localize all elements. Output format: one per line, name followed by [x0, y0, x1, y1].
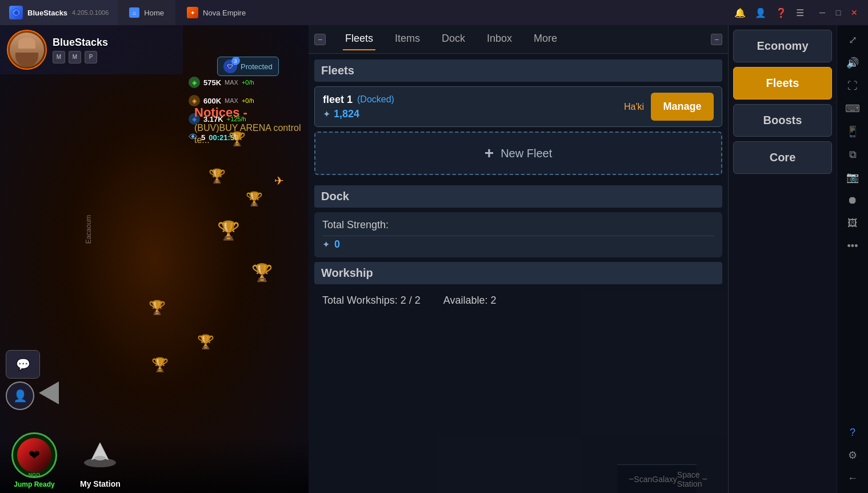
player-name: BlueStacks	[53, 37, 108, 49]
dock-section: Dock Total Strength: ✦ 0	[309, 185, 728, 262]
record-icon[interactable]: ⏺	[842, 190, 863, 210]
profile-icon: 👤	[13, 389, 27, 403]
avatar[interactable]	[7, 30, 47, 70]
new-fleet-button[interactable]: + New Fleet	[314, 132, 722, 175]
tab-items-label: Items	[395, 33, 420, 44]
my-station-button[interactable]: My Station	[80, 437, 121, 488]
fullscreen-icon[interactable]: ⛶	[842, 75, 863, 96]
fleets-sidebar-label: Fleets	[766, 77, 799, 89]
map-trophy-2: 🏆	[209, 168, 226, 184]
fleet-1-status: (Docked)	[357, 94, 394, 105]
manage-button[interactable]: Manage	[651, 93, 714, 121]
chat-icon: 💬	[16, 357, 30, 371]
volume-icon[interactable]: 🔊	[842, 53, 863, 73]
workship-total: Total Workships: 2 / 2	[322, 295, 421, 307]
tab-inbox-label: Inbox	[487, 33, 512, 44]
workship-section: Workship Total Workships: 2 / 2 Availabl…	[309, 262, 728, 317]
account-icon[interactable]: 👤	[755, 7, 766, 18]
map-trophy-8: 🏆	[151, 357, 169, 373]
back-icon[interactable]: ←	[842, 468, 863, 488]
jump-ready-button[interactable]: ❤ NGO Jump Ready	[11, 432, 57, 488]
tab-fleets[interactable]: Fleets	[343, 28, 375, 50]
dock-header: Dock	[314, 185, 722, 208]
ngo-label: NGO	[29, 472, 41, 478]
game-tabs: − Fleets Items Dock Inbox More −	[309, 25, 728, 54]
map-trophy-5: 🏆	[251, 263, 273, 283]
resource-green-value: 575K	[203, 78, 221, 87]
fleets-sidebar-button[interactable]: Fleets	[733, 67, 832, 100]
app-tab[interactable]: BlueStacks 4.205.0.1006	[0, 0, 118, 25]
app-name: BlueStacks	[27, 9, 67, 17]
bottom-minimize-right[interactable]: −	[702, 474, 707, 484]
far-right-toolbar: ⤢ 🔊 ⛶ ⌨ 📱 ⧉ 📷 ⏺ 🖼 ••• ? ⚙ ←	[837, 25, 868, 493]
tab-dock[interactable]: Dock	[439, 28, 467, 50]
fleet-1-info: fleet 1 (Docked) ✦ 1,824	[323, 94, 624, 120]
map-ship: ✈	[274, 174, 284, 188]
dock-strength-row: ✦ 0	[322, 238, 714, 251]
core-button[interactable]: Core	[733, 141, 832, 174]
back-arrow-button[interactable]	[39, 381, 59, 404]
panel-minimize-right[interactable]: −	[711, 34, 722, 45]
bottom-space-station[interactable]: Space Station	[677, 470, 702, 488]
tab-items[interactable]: Items	[393, 28, 422, 50]
shield-level: 3	[232, 57, 240, 65]
menu-icon[interactable]: ☰	[796, 7, 804, 18]
my-station-label: My Station	[80, 479, 121, 488]
layers-icon[interactable]: ⧉	[842, 144, 863, 165]
bottom-minimize-left[interactable]: −	[629, 474, 634, 484]
fleet-card-1: fleet 1 (Docked) ✦ 1,824 Ha'ki Manage	[314, 86, 722, 127]
workship-title: Workship	[321, 267, 373, 279]
help-tool-icon[interactable]: ?	[842, 422, 863, 443]
gallery-icon[interactable]: 🖼	[842, 213, 863, 233]
dock-card: Total Strength: ✦ 0	[314, 212, 722, 257]
chat-button[interactable]: 💬	[6, 350, 40, 379]
bottom-galaxy[interactable]: Galaxy	[652, 475, 677, 484]
resource-orange-value: 600K	[203, 97, 221, 105]
map-trophy-1: 🏆	[229, 131, 246, 147]
restore-button[interactable]: □	[834, 8, 843, 17]
game-tab[interactable]: ✦ Nova Empire	[175, 0, 257, 25]
game-panel: − Fleets Items Dock Inbox More − Fleets	[309, 25, 728, 493]
protected-badge: 🛡 3 Protected	[217, 57, 279, 76]
profile-button[interactable]: 👤	[6, 381, 34, 410]
expand-icon[interactable]: ⤢	[842, 30, 863, 50]
home-tab-label: Home	[144, 9, 164, 17]
home-tab[interactable]: ⌂ Home	[118, 0, 175, 25]
close-button[interactable]: ✕	[850, 8, 859, 17]
jump-ready-label: Jump Ready	[14, 480, 54, 488]
fleets-title: Fleets	[321, 64, 354, 77]
player-info: BlueStacks M M P	[0, 25, 183, 74]
help-icon[interactable]: ❓	[775, 7, 787, 18]
svg-point-3	[94, 456, 106, 460]
bottom-scan[interactable]: Scan	[634, 475, 652, 484]
boosts-button[interactable]: Boosts	[733, 104, 832, 137]
resource-orange-icon: ◈	[189, 95, 200, 106]
panel-minimize-left[interactable]: −	[314, 34, 326, 45]
resource-green-icon: ◈	[189, 77, 200, 88]
right-sidebar: Economy Fleets Boosts Core	[728, 25, 837, 493]
minimize-button[interactable]: ─	[818, 8, 827, 17]
map-trophy-4: 🏆	[217, 220, 240, 241]
fleets-section: Fleets fleet 1 (Docked) ✦ 1,824 Ha'ki Ma…	[309, 54, 728, 185]
settings-icon[interactable]: ⚙	[842, 445, 863, 466]
titlebar-controls: 🔔 👤 ❓ ☰ ─ □ ✕	[734, 7, 868, 18]
tab-fleets-label: Fleets	[345, 33, 373, 44]
ngo-icon: ❤ NGO	[11, 432, 57, 478]
camera-icon[interactable]: 📷	[842, 167, 863, 188]
tab-more[interactable]: More	[531, 28, 559, 50]
keyboard-icon[interactable]: ⌨	[842, 98, 863, 119]
bottom-game-bar: ❤ NGO Jump Ready My Station	[0, 436, 309, 493]
phone-icon[interactable]: 📱	[842, 121, 863, 142]
resource-orange-max: MAX	[225, 97, 238, 104]
dock-strength-icon: ✦	[322, 239, 330, 250]
economy-button[interactable]: Economy	[733, 30, 832, 62]
fleets-header: Fleets	[314, 59, 722, 82]
game-tab-label: Nova Empire	[203, 9, 246, 17]
main-content: BlueStacks M M P ◈ 575K MAX +0/h ◈ 600K …	[0, 25, 868, 493]
more-tools-icon[interactable]: •••	[842, 236, 863, 256]
map-label-eacaoum: Eacaoum	[85, 215, 93, 244]
notification-icon[interactable]: 🔔	[734, 7, 746, 18]
fleet-1-strength: ✦ 1,824	[323, 108, 624, 120]
boosts-label: Boosts	[763, 114, 802, 126]
tab-inbox[interactable]: Inbox	[485, 28, 514, 50]
